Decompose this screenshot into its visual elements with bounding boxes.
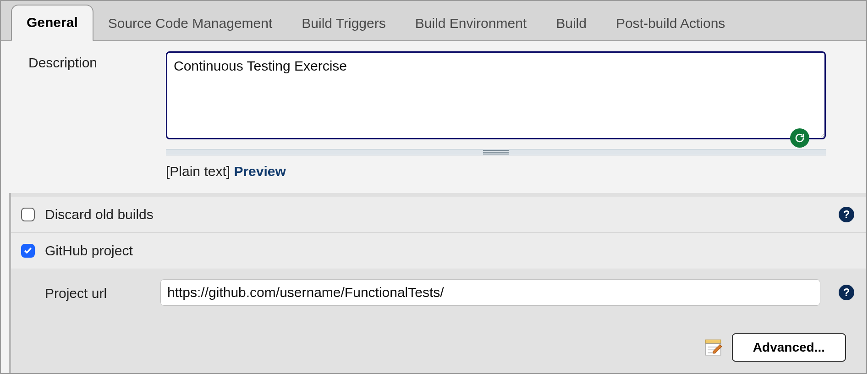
notepad-icon	[703, 338, 723, 357]
github-project-label: GitHub project	[45, 243, 133, 259]
advanced-button[interactable]: Advanced...	[732, 333, 846, 362]
plain-text-label: [Plain text]	[166, 164, 234, 179]
discard-old-builds-row: Discard old builds ?	[11, 197, 866, 232]
preview-link[interactable]: Preview	[234, 164, 286, 179]
tab-build-triggers[interactable]: Build Triggers	[287, 6, 400, 41]
discard-old-builds-label: Discard old builds	[45, 207, 154, 222]
config-tabs: General Source Code Management Build Tri…	[1, 1, 866, 41]
textarea-resize-handle[interactable]	[166, 149, 826, 155]
tab-build-environment[interactable]: Build Environment	[401, 6, 541, 41]
grammarly-icon[interactable]	[790, 128, 809, 148]
help-icon[interactable]: ?	[839, 285, 854, 300]
project-url-label: Project url	[45, 279, 160, 301]
tab-general[interactable]: General	[11, 5, 93, 41]
description-textarea[interactable]	[166, 51, 826, 139]
github-project-checkbox[interactable]	[21, 244, 35, 258]
tab-post-build-actions[interactable]: Post-build Actions	[601, 6, 740, 41]
help-icon[interactable]: ?	[839, 207, 854, 222]
github-project-footer: Advanced...	[11, 316, 866, 373]
github-project-row: GitHub project	[11, 232, 866, 269]
project-url-input[interactable]	[160, 279, 820, 306]
svg-rect-0	[705, 340, 721, 343]
tab-build[interactable]: Build	[541, 6, 601, 41]
discard-old-builds-checkbox[interactable]	[21, 208, 35, 221]
project-url-row: Project url ?	[11, 269, 866, 316]
tab-scm[interactable]: Source Code Management	[93, 6, 287, 41]
description-label: Description	[28, 51, 166, 179]
